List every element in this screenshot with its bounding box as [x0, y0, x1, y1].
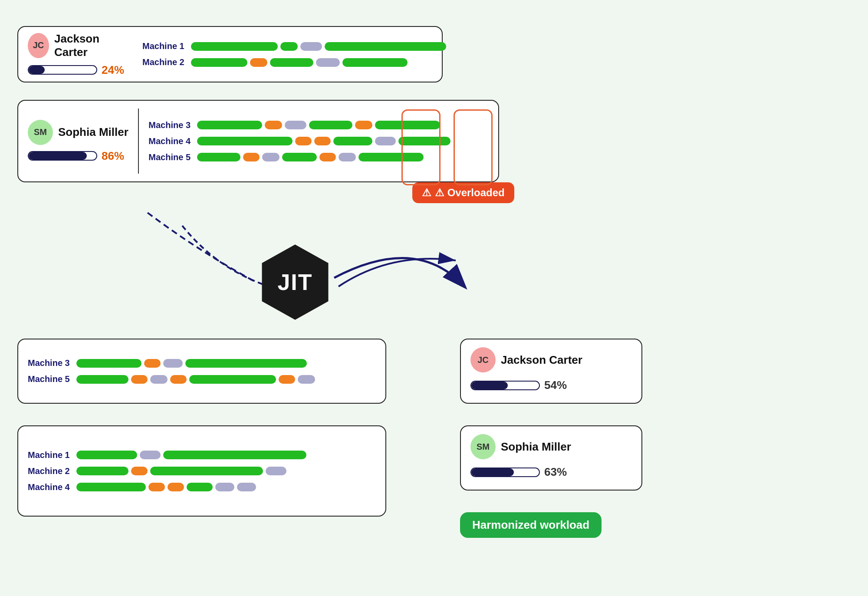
block: [131, 375, 148, 384]
block: [163, 451, 306, 459]
jackson-before-machines: Machine 1 Machine 2: [142, 41, 446, 67]
sophia-after-progress: 63%: [470, 465, 567, 479]
block: [270, 58, 313, 67]
block: [140, 451, 161, 459]
jackson-before-pct: 24%: [102, 63, 124, 77]
sophia-after-m35-card: Machine 3 Machine 5: [17, 339, 386, 404]
machine5-sophia-label: Machine 5: [148, 152, 192, 162]
sophia-before-machines: Machine 3 Machine 4 Ma: [148, 120, 489, 162]
sophia-after-m124-card: Machine 1 Machine 2 Machine 4: [17, 425, 386, 517]
machine1-after-label: Machine 1: [28, 450, 71, 460]
jit-label: JIT: [277, 269, 312, 295]
block: [316, 58, 340, 67]
block: [342, 58, 408, 67]
block: [144, 359, 161, 368]
sophia-after-initials: SM: [477, 442, 490, 452]
jackson-before-bar-bg: [28, 65, 97, 75]
sophia-before-bar-bg: [28, 151, 97, 161]
sophia-after-m124-machines: Machine 1 Machine 2 Machine 4: [28, 450, 376, 492]
machine1-track: [191, 42, 446, 51]
block: [375, 121, 440, 129]
card2-divider: [138, 109, 139, 174]
machine4-after-row: Machine 4: [28, 482, 376, 492]
block: [300, 42, 322, 51]
block: [285, 121, 306, 129]
machine4-sophia-track: [197, 137, 489, 145]
machine1-label: Machine 1: [142, 41, 186, 51]
jackson-after-card: JC Jackson Carter 54%: [460, 339, 642, 404]
harmonized-badge: Harmonized workload: [460, 512, 602, 538]
machine3-sophia-track: [197, 121, 489, 129]
block: [325, 42, 446, 51]
sophia-after-pct: 63%: [544, 465, 567, 479]
jackson-after-avatar: JC: [470, 347, 496, 372]
block: [243, 153, 260, 161]
sophia-before-person: SM Sophia Miller 86%: [28, 120, 128, 163]
machine5-after-row: Machine 5: [28, 374, 376, 384]
jackson-after-bar-bg: [470, 381, 540, 390]
sophia-after-name: Sophia Miller: [501, 440, 571, 454]
block: [150, 467, 263, 475]
block: [76, 359, 141, 368]
block: [187, 483, 213, 491]
jackson-after-name: Jackson Carter: [501, 353, 582, 367]
sophia-name: Sophia Miller: [58, 125, 128, 139]
sophia-before-card: SM Sophia Miller 86% Machine 3: [17, 100, 499, 182]
block: [185, 359, 307, 368]
sophia-after-m35-machines: Machine 3 Machine 5: [28, 358, 376, 384]
machine1-after-track: [76, 451, 376, 459]
machine2-track: [191, 58, 446, 67]
block: [197, 137, 293, 145]
block: [237, 483, 256, 491]
block: [355, 121, 372, 129]
machine4-row-sophia: Machine 4: [148, 136, 489, 146]
block: [309, 121, 352, 129]
jackson-before-progress: 24%: [28, 63, 124, 77]
machine2-after-label: Machine 2: [28, 466, 71, 476]
sophia-after-bar-bg: [470, 468, 540, 477]
block: [266, 467, 286, 475]
jackson-after-initials: JC: [477, 355, 489, 365]
machine5-after-track: [76, 375, 376, 384]
block: [398, 137, 450, 145]
machine1-row: Machine 1: [142, 41, 446, 51]
block: [168, 483, 184, 491]
block: [250, 58, 267, 67]
machine4-after-label: Machine 4: [28, 482, 71, 492]
block: [375, 137, 396, 145]
block: [333, 137, 372, 145]
sophia-before-bar-fill: [29, 152, 87, 160]
sophia-before-pct: 86%: [102, 149, 124, 163]
block: [215, 483, 234, 491]
jackson-initials: JC: [33, 40, 44, 50]
machine2-row: Machine 2: [142, 57, 446, 67]
block: [197, 121, 262, 129]
block: [280, 42, 298, 51]
machine3-after-row: Machine 3: [28, 358, 376, 368]
harmonized-label: Harmonized workload: [472, 518, 589, 532]
block: [189, 375, 276, 384]
block: [148, 483, 165, 491]
block: [319, 153, 336, 161]
machine5-sophia-track: [197, 153, 489, 161]
block: [197, 153, 240, 161]
block: [265, 121, 282, 129]
machine4-after-track: [76, 483, 376, 491]
block: [191, 42, 278, 51]
jackson-after-progress: 54%: [470, 379, 567, 392]
block: [76, 451, 137, 459]
jackson-before-person: JC Jackson Carter 24%: [28, 32, 123, 77]
block: [76, 375, 128, 384]
block: [295, 137, 312, 145]
sophia-avatar: SM: [28, 120, 53, 145]
sophia-after-bar-fill: [471, 468, 514, 476]
machine3-after-label: Machine 3: [28, 358, 71, 368]
jackson-after-bar-fill: [471, 382, 508, 389]
sophia-initials: SM: [34, 127, 47, 137]
machine1-after-row: Machine 1: [28, 450, 376, 460]
warning-icon: ⚠: [422, 187, 431, 199]
machine4-sophia-label: Machine 4: [148, 136, 192, 146]
block: [298, 375, 315, 384]
block: [131, 467, 148, 475]
jackson-before-card: JC Jackson Carter 24% Machine 1 Machine …: [17, 26, 443, 82]
